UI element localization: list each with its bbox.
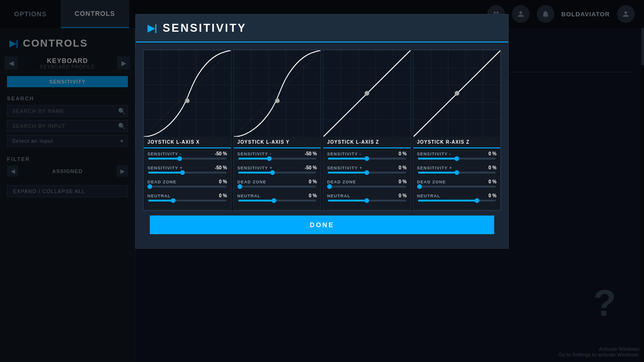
ctrl-value-dead-zone-1: 0 % [296,179,317,184]
slider-track-sensitivity-minus-1[interactable] [238,158,316,160]
slider-thumb-sensitivity-minus-3[interactable] [455,156,459,161]
slider-thumb-sensitivity-plus-2[interactable] [364,170,369,175]
slider-fill-sensitivity-plus-1 [238,172,273,174]
slider-track-neutral-1[interactable] [238,200,316,202]
grid-v-3-1 [431,50,431,137]
svg-point-7 [455,91,459,96]
slider-thumb-dead-zone-0[interactable] [147,184,152,189]
slider-thumb-sensitivity-minus-2[interactable] [364,156,369,161]
slider-wrap-dead-zone-1 [238,184,317,189]
slider-track-sensitivity-minus-2[interactable] [328,158,406,160]
ctrl-row-sensitivity-plus-3: SENSITIVITY +0 % [417,165,497,175]
ctrl-row-sensitivity-plus-0: SENSITIVITY +-50 % [147,165,227,175]
ctrl-value-sensitivity-plus-0: -50 % [206,165,227,170]
slider-track-sensitivity-minus-3[interactable] [418,158,496,160]
grid-h-0-2 [144,85,231,85]
grid-v-1-1 [251,50,252,137]
done-button[interactable]: DONE [150,216,494,234]
slider-thumb-dead-zone-1[interactable] [238,184,242,189]
slider-wrap-sensitivity-minus-3 [417,156,497,161]
ctrl-label-sensitivity-minus-1: SENSITIVITY - [238,152,294,156]
slider-thumb-neutral-2[interactable] [364,198,369,203]
slider-wrap-sensitivity-minus-2 [327,156,407,161]
grid-v-0-1 [161,50,161,137]
ctrl-value-dead-zone-2: 0 % [386,179,407,184]
slider-thumb-neutral-3[interactable] [475,198,479,203]
grid-h-0-3 [144,102,231,103]
grid-v-3-3 [465,50,466,137]
ctrl-value-neutral-0: 0 % [206,193,227,198]
slider-thumb-sensitivity-minus-1[interactable] [267,156,272,161]
svg-line-2 [234,50,321,137]
ctrl-row-dead-zone-2: DEAD ZONE0 % [327,179,407,189]
slider-wrap-dead-zone-3 [417,184,497,189]
slider-wrap-neutral-0 [147,198,227,203]
grid-h-1-1 [234,68,321,68]
slider-wrap-sensitivity-minus-0 [147,156,227,161]
slider-thumb-sensitivity-plus-3[interactable] [455,170,459,175]
ctrl-label-sensitivity-plus-0: SENSITIVITY + [147,166,204,170]
slider-track-sensitivity-plus-0[interactable] [148,172,226,174]
modal-body: JOYSTICK L-AXIS XSENSITIVITY --50 %SENSI… [136,42,508,248]
grid-v-2-4 [393,50,393,137]
slider-track-dead-zone-0[interactable] [148,186,226,188]
slider-thumb-sensitivity-plus-0[interactable] [180,170,185,175]
grid-v-2-3 [376,50,376,137]
slider-thumb-dead-zone-2[interactable] [327,184,332,189]
slider-track-neutral-2[interactable] [328,200,406,202]
slider-thumb-sensitivity-plus-1[interactable] [270,170,275,175]
modal-overlay: ▶| SENSITIVITY JOYSTICK L-AXIS XSENSITIV… [0,0,644,362]
chart-controls-0: SENSITIVITY --50 %SENSITIVITY +-50 %DEAD… [144,148,231,210]
slider-wrap-dead-zone-0 [147,184,227,189]
slider-track-sensitivity-plus-1[interactable] [238,172,316,174]
ctrl-value-dead-zone-3: 0 % [476,179,497,184]
chart-column-3: JOYSTICK R-AXIS ZSENSITIVITY -0 %SENSITI… [413,50,501,210]
ctrl-row-sensitivity-minus-0: SENSITIVITY --50 % [147,151,227,161]
slider-track-dead-zone-3[interactable] [418,186,496,188]
slider-wrap-sensitivity-plus-2 [327,170,407,175]
ctrl-value-sensitivity-plus-2: 0 % [386,165,407,170]
grid-h-0-4 [144,119,231,120]
grid-v-2-1 [341,50,341,137]
grid-h-3-1 [413,68,501,68]
slider-track-neutral-3[interactable] [418,200,496,202]
slider-thumb-sensitivity-minus-0[interactable] [177,156,182,161]
chart-column-2: JOYSTICK L-AXIS ZSENSITIVITY -0 %SENSITI… [323,50,411,210]
ctrl-label-sensitivity-minus-0: SENSITIVITY - [147,152,204,156]
grid-v-0-2 [179,50,179,137]
ctrl-value-sensitivity-plus-1: -50 % [296,165,317,170]
ctrl-row-dead-zone-1: DEAD ZONE0 % [238,179,317,189]
grid-v-1-3 [286,50,286,137]
slider-fill-neutral-3 [418,200,477,202]
slider-track-dead-zone-2[interactable] [328,186,406,188]
slider-track-dead-zone-1[interactable] [238,186,316,188]
slider-fill-neutral-0 [148,200,173,202]
slider-track-neutral-0[interactable] [148,200,226,202]
ctrl-row-sensitivity-minus-3: SENSITIVITY -0 % [417,151,497,161]
ctrl-value-sensitivity-plus-3: 0 % [476,165,497,170]
chart-controls-1: SENSITIVITY --50 %SENSITIVITY +-50 %DEAD… [234,148,321,210]
ctrl-row-dead-zone-3: DEAD ZONE0 % [417,179,497,189]
grid-h-3-3 [413,102,501,103]
slider-thumb-dead-zone-3[interactable] [417,184,422,189]
grid-v-1-4 [303,50,304,137]
slider-track-sensitivity-plus-3[interactable] [418,172,496,174]
grid-v-2-2 [358,50,359,137]
ctrl-label-neutral-0: NEUTRAL [147,194,204,198]
grid-v-3-4 [483,50,483,137]
grid-v-3-2 [448,50,448,137]
slider-thumb-neutral-0[interactable] [171,198,175,203]
sensitivity-modal: ▶| SENSITIVITY JOYSTICK L-AXIS XSENSITIV… [135,14,509,249]
slider-wrap-dead-zone-2 [327,184,407,189]
ctrl-row-sensitivity-minus-2: SENSITIVITY -0 % [327,151,407,161]
charts-container: JOYSTICK L-AXIS XSENSITIVITY --50 %SENSI… [143,49,501,211]
slider-wrap-neutral-1 [238,198,317,203]
ctrl-row-neutral-3: NEUTRAL0 % [417,193,497,203]
slider-fill-sensitivity-minus-0 [148,158,180,160]
slider-track-sensitivity-minus-0[interactable] [148,158,226,160]
slider-fill-sensitivity-plus-3 [418,172,457,174]
ctrl-value-sensitivity-minus-2: 0 % [386,151,407,156]
ctrl-row-sensitivity-plus-1: SENSITIVITY +-50 % [238,165,317,175]
slider-thumb-neutral-1[interactable] [272,198,276,203]
slider-track-sensitivity-plus-2[interactable] [328,172,406,174]
